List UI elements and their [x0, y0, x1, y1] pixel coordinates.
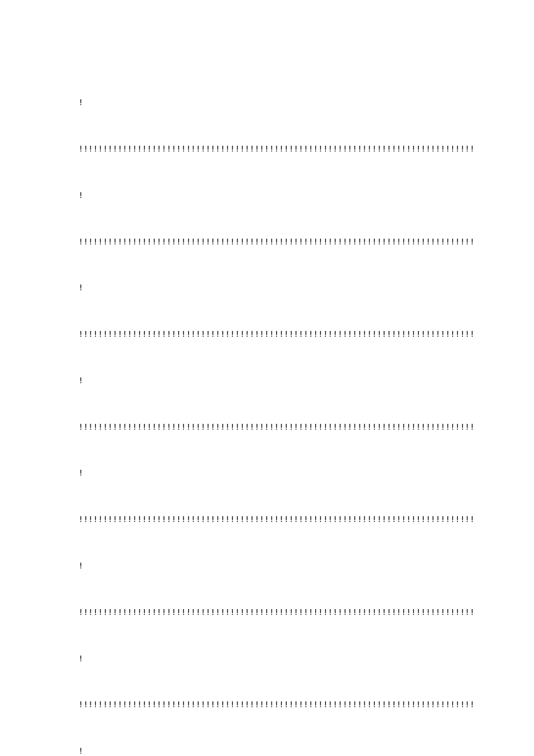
- terminal-output-line: !: [78, 465, 456, 481]
- terminal-output-line: !!!!!!!!!!!!!!!!!!!!!!!!!!!!!!!!!!!!!!!!…: [78, 697, 456, 712]
- terminal-output-line: !!!!!!!!!!!!!!!!!!!!!!!!!!!!!!!!!!!!!!!!…: [78, 512, 456, 527]
- terminal-output-line: !!!!!!!!!!!!!!!!!!!!!!!!!!!!!!!!!!!!!!!!…: [78, 141, 456, 157]
- terminal-output-line: !: [78, 373, 456, 388]
- terminal-output-line: !: [78, 743, 456, 756]
- terminal-output-line: !!!!!!!!!!!!!!!!!!!!!!!!!!!!!!!!!!!!!!!!…: [78, 326, 456, 342]
- terminal-output-line: !: [78, 280, 456, 296]
- terminal-output-line: !: [78, 651, 456, 667]
- terminal-output-line: !: [78, 188, 456, 203]
- terminal-output-line: !!!!!!!!!!!!!!!!!!!!!!!!!!!!!!!!!!!!!!!!…: [78, 604, 456, 620]
- terminal-output-line: !: [78, 95, 456, 110]
- document-content: ! !!!!!!!!!!!!!!!!!!!!!!!!!!!!!!!!!!!!!!…: [78, 64, 456, 756]
- terminal-output-line: !!!!!!!!!!!!!!!!!!!!!!!!!!!!!!!!!!!!!!!!…: [78, 234, 456, 250]
- terminal-output-line: !: [78, 558, 456, 574]
- terminal-output-line: !!!!!!!!!!!!!!!!!!!!!!!!!!!!!!!!!!!!!!!!…: [78, 419, 456, 435]
